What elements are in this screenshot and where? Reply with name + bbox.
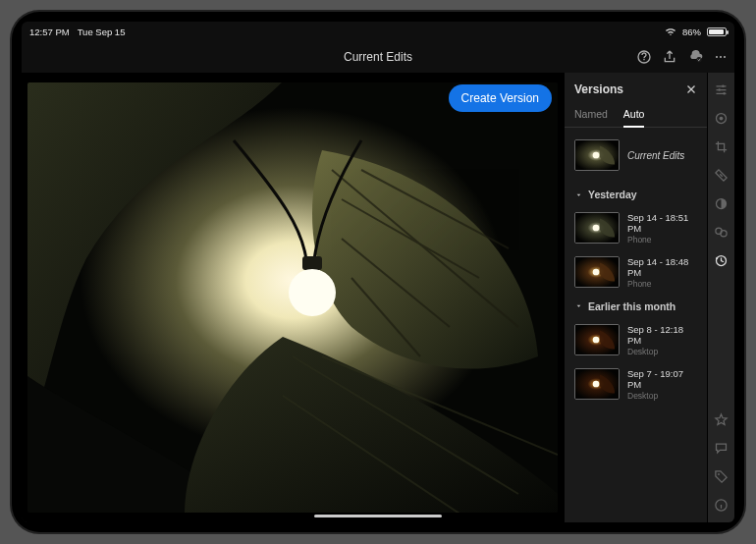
tag-icon[interactable]: [714, 469, 729, 484]
create-version-button[interactable]: Create Version: [449, 84, 552, 112]
status-bar: 12:57 PM Tue Sep 15 86%: [22, 22, 734, 41]
versions-icon[interactable]: [714, 253, 729, 268]
svg-point-14: [593, 269, 600, 276]
svg-point-23: [720, 117, 724, 121]
version-meta: Sep 7 - 19:07 PM Desktop: [627, 368, 697, 401]
top-bar: Current Edits: [22, 41, 734, 73]
sliders-icon[interactable]: [714, 82, 729, 97]
heal-icon[interactable]: [714, 168, 729, 183]
close-icon[interactable]: [685, 83, 697, 95]
version-device: Desktop: [627, 347, 697, 356]
version-date: Sep 14 - 18:51 PM: [627, 212, 697, 235]
version-meta: Sep 8 - 12:18 PM Desktop: [627, 324, 697, 356]
version-device: Phone: [627, 235, 697, 245]
cloud-sync-icon[interactable]: [687, 49, 703, 65]
group-label: Earlier this month: [588, 300, 675, 312]
svg-point-16: [593, 337, 600, 344]
home-indicator[interactable]: [314, 515, 442, 518]
svg-point-10: [593, 152, 600, 159]
version-meta: Sep 14 - 18:51 PM Phone: [627, 212, 697, 245]
status-date: Tue Sep 15: [78, 27, 126, 37]
group-header[interactable]: Yesterday: [565, 183, 707, 206]
star-icon[interactable]: [714, 412, 729, 427]
svg-point-26: [721, 231, 727, 237]
edit-canvas[interactable]: Create Version: [22, 73, 564, 522]
svg-point-2: [716, 56, 718, 58]
color-wheel-icon[interactable]: [714, 111, 729, 126]
svg-point-21: [723, 92, 726, 95]
tool-rail: [707, 73, 734, 522]
chevron-down-icon: [574, 301, 583, 310]
version-date: Sep 8 - 12:18 PM: [627, 324, 697, 347]
version-item[interactable]: Sep 8 - 12:18 PM Desktop: [565, 318, 707, 362]
help-icon[interactable]: [636, 49, 652, 65]
svg-point-12: [593, 225, 600, 232]
comment-icon[interactable]: [714, 441, 729, 456]
tablet-device: 12:57 PM Tue Sep 15 86% Current Edits: [12, 12, 744, 532]
svg-point-19: [722, 85, 725, 88]
version-device: Phone: [627, 279, 697, 289]
group-header[interactable]: Earlier this month: [565, 295, 707, 318]
more-icon[interactable]: [713, 49, 729, 65]
thumbnail: [574, 368, 620, 400]
svg-point-8: [289, 269, 336, 316]
tab-named[interactable]: Named: [574, 102, 608, 127]
version-item[interactable]: Sep 14 - 18:48 PM Phone: [565, 250, 707, 295]
battery-icon: [707, 27, 727, 36]
page-title: Current Edits: [344, 50, 412, 64]
version-item[interactable]: Sep 14 - 18:51 PM Phone: [565, 206, 707, 250]
thumbnail: [574, 212, 620, 244]
chevron-down-icon: [574, 190, 583, 199]
screen: 12:57 PM Tue Sep 15 86% Current Edits: [22, 22, 734, 522]
thumbnail: [574, 324, 620, 355]
current-label: Current Edits: [627, 150, 684, 161]
version-device: Desktop: [627, 391, 697, 401]
tab-auto[interactable]: Auto: [623, 102, 645, 128]
version-date: Sep 7 - 19:07 PM: [627, 368, 697, 391]
photo-preview: [27, 82, 558, 513]
wifi-icon: [665, 27, 676, 36]
version-current[interactable]: Current Edits: [565, 128, 707, 183]
svg-point-28: [718, 473, 720, 475]
group-label: Yesterday: [588, 189, 637, 200]
mask-icon[interactable]: [714, 196, 729, 211]
version-date: Sep 14 - 18:48 PM: [627, 256, 697, 279]
svg-point-4: [724, 56, 726, 58]
share-icon[interactable]: [662, 49, 677, 65]
panel-tabs: Named Auto: [565, 102, 707, 128]
panel-title: Versions: [574, 82, 623, 96]
status-time: 12:57 PM: [29, 27, 70, 37]
version-item[interactable]: Sep 7 - 19:07 PM Desktop: [565, 362, 707, 407]
presets-icon[interactable]: [714, 225, 729, 240]
svg-point-18: [593, 381, 600, 388]
crop-icon[interactable]: [714, 139, 729, 154]
thumbnail: [574, 139, 620, 171]
thumbnail: [574, 256, 620, 288]
svg-point-20: [718, 88, 721, 91]
info-icon[interactable]: [714, 498, 729, 513]
versions-panel: Versions Named Auto Current Edits Yester…: [564, 73, 707, 522]
version-meta: Sep 14 - 18:48 PM Phone: [627, 256, 697, 289]
status-battery-pct: 86%: [682, 27, 701, 37]
svg-point-3: [720, 56, 722, 58]
